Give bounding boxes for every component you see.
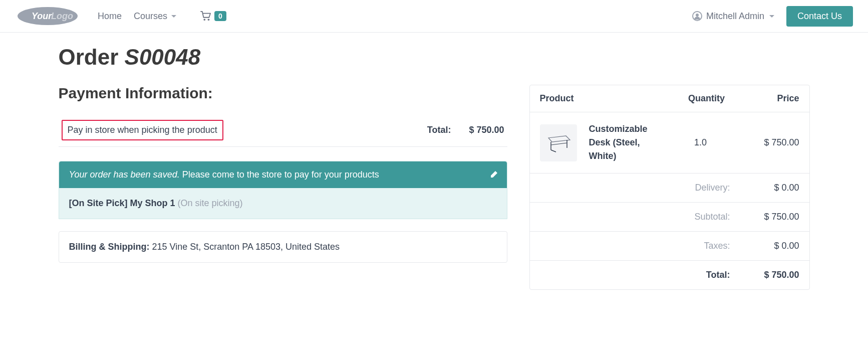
nav: Home Courses 0 xyxy=(98,11,226,22)
notice-saved-em: Your order has been saved. xyxy=(69,169,180,180)
pickup-shop-label: [On Site Pick] My Shop 1 xyxy=(69,198,178,208)
svg-text:Logo: Logo xyxy=(51,11,73,21)
summary-taxes-row: Taxes: $ 0.00 xyxy=(530,232,809,261)
left-col: Payment Information: Pay in store when p… xyxy=(59,85,507,263)
svg-text:Your: Your xyxy=(32,11,52,21)
cart-button[interactable]: 0 xyxy=(200,11,226,21)
order-saved-notice: Your order has been saved. Please come t… xyxy=(59,161,507,219)
delivery-value: $ 0.00 xyxy=(734,183,799,193)
total-value: $ 750.00 xyxy=(734,270,799,280)
header: Your Logo Home Courses 0 Mitchell Admin … xyxy=(0,0,868,33)
product-price: $ 750.00 xyxy=(734,137,799,148)
payment-section-title: Payment Information: xyxy=(59,85,507,102)
desk-icon xyxy=(546,133,571,153)
payment-method-highlight: Pay in store when picking the product xyxy=(62,120,223,140)
billing-label: Billing & Shipping: xyxy=(69,242,152,252)
page-title: Order S00048 xyxy=(59,45,810,70)
cart-count-badge: 0 xyxy=(214,11,226,21)
taxes-label: Taxes: xyxy=(540,241,734,251)
delivery-label: Delivery: xyxy=(540,183,734,193)
product-qty: 1.0 xyxy=(673,137,728,148)
chevron-down-icon xyxy=(769,15,774,18)
product-thumbnail xyxy=(540,124,577,161)
user-name-label: Mitchell Admin xyxy=(706,11,764,22)
subtotal-label: Subtotal: xyxy=(540,212,734,222)
user-menu[interactable]: Mitchell Admin xyxy=(692,11,774,22)
page-title-order-number: S00048 xyxy=(125,45,201,69)
payment-row: Pay in store when picking the product To… xyxy=(59,114,507,147)
subtotal-value: $ 750.00 xyxy=(734,212,799,222)
notice-header: Your order has been saved. Please come t… xyxy=(59,161,507,188)
billing-address: 215 Vine St, Scranton PA 18503, United S… xyxy=(152,242,340,252)
product-name: Customizable Desk (Steel, White) xyxy=(589,122,667,163)
col-price: Price xyxy=(734,93,799,104)
summary-line-item: Customizable Desk (Steel, White) 1.0 $ 7… xyxy=(530,112,809,174)
col-quantity: Quantity xyxy=(679,93,734,104)
edit-icon[interactable] xyxy=(490,171,498,181)
order-summary: Product Quantity Price Customizable Desk… xyxy=(529,85,810,290)
summary-subtotal-row: Subtotal: $ 750.00 xyxy=(530,203,809,232)
summary-total-row: Total: $ 750.00 xyxy=(530,261,809,289)
billing-shipping-box: Billing & Shipping: 215 Vine St, Scranto… xyxy=(59,231,507,263)
summary-header: Product Quantity Price xyxy=(530,85,809,112)
notice-body: [On Site Pick] My Shop 1 (On site pickin… xyxy=(59,188,507,219)
nav-courses-label: Courses xyxy=(134,11,167,22)
payment-total-value: $ 750.00 xyxy=(469,125,504,135)
taxes-value: $ 0.00 xyxy=(734,241,799,251)
logo[interactable]: Your Logo xyxy=(15,5,80,27)
page-title-prefix: Order xyxy=(59,45,125,69)
total-label: Total: xyxy=(540,270,734,280)
contact-us-button[interactable]: Contact Us xyxy=(786,6,853,27)
payment-total-label: Total: xyxy=(427,125,451,135)
pickup-method-label: (On site picking) xyxy=(178,198,243,208)
svg-point-3 xyxy=(204,19,206,21)
chevron-down-icon xyxy=(171,15,176,18)
user-icon xyxy=(692,11,702,21)
nav-home[interactable]: Home xyxy=(98,11,122,22)
svg-point-4 xyxy=(208,19,210,21)
nav-courses[interactable]: Courses xyxy=(134,11,176,22)
summary-delivery-row: Delivery: $ 0.00 xyxy=(530,174,809,203)
cart-icon xyxy=(200,11,211,21)
col-product: Product xyxy=(540,93,679,104)
notice-saved-rest: Please come to the store to pay for your… xyxy=(180,169,379,180)
main-content: Order S00048 Payment Information: Pay in… xyxy=(44,33,825,305)
